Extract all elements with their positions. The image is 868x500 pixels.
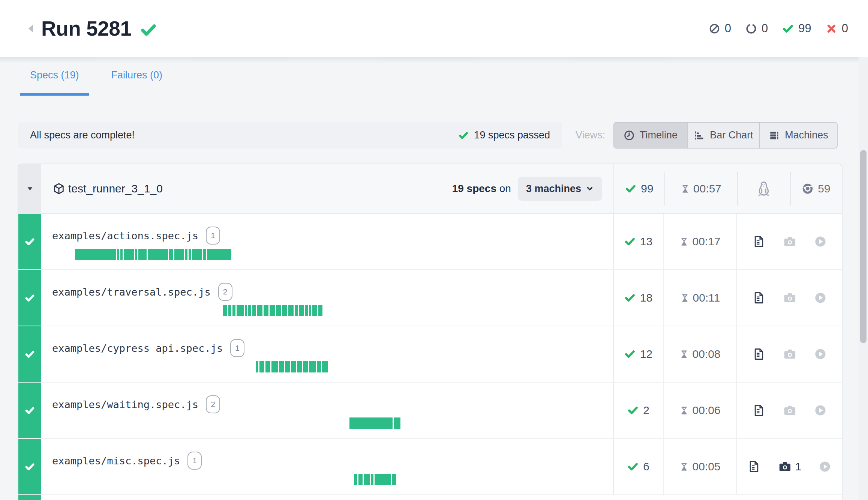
timeline-bar-segment bbox=[318, 305, 322, 316]
timeline-bar-segment bbox=[148, 249, 168, 260]
check-icon bbox=[627, 461, 639, 472]
collapse-toggle[interactable] bbox=[18, 164, 41, 213]
machines-view-button[interactable]: Machines bbox=[759, 123, 837, 148]
vertical-scrollbar-thumb[interactable] bbox=[860, 150, 867, 343]
timeline-bar-segment bbox=[394, 417, 400, 429]
screenshots-button[interactable] bbox=[783, 235, 797, 249]
timeline-bar-segment bbox=[354, 474, 357, 485]
machine-badge: 1 bbox=[230, 339, 244, 357]
tab-specs[interactable]: Specs (19) bbox=[20, 57, 89, 96]
page-title: Run 5281 bbox=[41, 17, 132, 41]
group-main: test_runner_3_1_0 19 specs on 3 machines bbox=[41, 164, 613, 213]
banner-check-icon bbox=[458, 130, 469, 141]
machine-badge: 2 bbox=[218, 283, 232, 301]
stdout-button[interactable] bbox=[747, 460, 761, 473]
timeline-bar-segment bbox=[264, 305, 269, 316]
check-icon bbox=[25, 349, 35, 359]
timeline-bar-segment bbox=[392, 474, 396, 485]
bar-chart-view-label: Bar Chart bbox=[710, 129, 753, 141]
spec-passed-stripe bbox=[18, 214, 41, 269]
timeline-bar-segment bbox=[228, 305, 231, 316]
video-button[interactable] bbox=[814, 235, 827, 248]
stat-passed: 99 bbox=[782, 22, 811, 35]
spec-name-link[interactable]: examples/traversal.spec.js bbox=[52, 286, 211, 298]
bar-chart-view-button[interactable]: Bar Chart bbox=[687, 123, 759, 148]
back-icon[interactable] bbox=[25, 22, 37, 35]
timeline-bar-segment bbox=[288, 305, 294, 316]
chevron-down-icon bbox=[586, 185, 594, 193]
vertical-scrollbar-track[interactable] bbox=[859, 57, 868, 500]
screenshots-button[interactable] bbox=[783, 291, 797, 305]
document-icon bbox=[752, 347, 766, 361]
timeline-bar-segment bbox=[299, 305, 304, 316]
timeline-bar-segment bbox=[303, 361, 308, 372]
timeline-bar-segment bbox=[358, 474, 363, 485]
passed-count: 99 bbox=[798, 22, 811, 35]
tab-failures[interactable]: Failures (0) bbox=[101, 57, 173, 96]
spec-row: examples/misc.spec.js 1 6 00:05 1 bbox=[18, 439, 842, 495]
completion-banner: All specs are complete! 19 specs passed bbox=[18, 122, 562, 149]
timeline-bar-segment bbox=[285, 361, 290, 372]
specs-count-label: 19 specs on bbox=[452, 183, 511, 195]
spec-passed-stripe bbox=[18, 383, 41, 438]
passed-count: 6 bbox=[643, 460, 649, 473]
screenshots-count: 1 bbox=[795, 461, 801, 473]
check-icon bbox=[25, 293, 35, 303]
stdout-button[interactable] bbox=[752, 291, 766, 305]
timeline-view-button[interactable]: Timeline bbox=[614, 123, 687, 148]
spec-row: examples/cypress_api.spec.js 1 12 00:08 bbox=[18, 326, 842, 383]
artifacts-cell bbox=[736, 326, 842, 382]
video-button[interactable] bbox=[814, 348, 827, 360]
spec-name-link[interactable]: examples/cypress_api.spec.js bbox=[52, 342, 223, 354]
timeline-bar-segment bbox=[265, 361, 270, 372]
video-button[interactable] bbox=[814, 404, 827, 417]
timeline-bar-segment bbox=[317, 361, 321, 372]
screenshots-button[interactable] bbox=[783, 404, 797, 417]
stdout-button[interactable] bbox=[752, 347, 766, 361]
spec-name-link[interactable]: examples/waiting.spec.js bbox=[52, 399, 198, 410]
screenshots-button[interactable]: 1 bbox=[778, 460, 801, 474]
banner-passed-label: 19 specs passed bbox=[474, 129, 550, 141]
timeline-bar-segment bbox=[282, 305, 287, 316]
stdout-button[interactable] bbox=[752, 235, 766, 248]
spec-row-partial bbox=[18, 495, 842, 500]
screenshots-button[interactable] bbox=[783, 347, 797, 361]
timeline-bar-segment bbox=[297, 361, 302, 372]
artifacts-cell bbox=[736, 383, 842, 438]
check-icon bbox=[624, 292, 636, 303]
play-icon bbox=[814, 235, 827, 248]
group-browser-cell: 59 bbox=[790, 164, 842, 213]
run-stats: 0 0 99 0 bbox=[709, 0, 848, 57]
spec-name-link[interactable]: examples/actions.spec.js bbox=[52, 230, 198, 242]
duration-value: 00:05 bbox=[692, 460, 720, 473]
spec-main: examples/traversal.spec.js 2 bbox=[41, 270, 613, 326]
check-icon bbox=[25, 237, 35, 247]
column-divider bbox=[664, 172, 665, 206]
stdout-button[interactable] bbox=[752, 404, 766, 417]
failed-cross-icon bbox=[826, 23, 837, 35]
group-os-cell bbox=[737, 164, 790, 213]
camera-icon bbox=[783, 291, 797, 305]
machine-badge: 1 bbox=[206, 227, 220, 245]
camera-icon bbox=[783, 404, 797, 417]
video-button[interactable] bbox=[819, 460, 831, 473]
skipped-icon bbox=[709, 23, 720, 35]
timeline-bar-segment bbox=[124, 249, 133, 260]
video-button[interactable] bbox=[814, 291, 827, 304]
document-icon bbox=[747, 460, 761, 473]
stat-pending: 0 bbox=[745, 22, 768, 35]
machines-dropdown[interactable]: 3 machines bbox=[518, 177, 602, 201]
views-button-group: Timeline Bar Chart Machines bbox=[613, 122, 838, 149]
timeline-bar-segment bbox=[192, 249, 202, 260]
failed-count: 0 bbox=[842, 22, 848, 35]
spec-name-link[interactable]: examples/misc.spec.js bbox=[52, 455, 180, 467]
hourglass-icon bbox=[679, 405, 689, 416]
group-name: test_runner_3_1_0 bbox=[68, 182, 163, 195]
timeline-bar-segment bbox=[185, 249, 187, 260]
document-icon bbox=[752, 291, 766, 305]
timeline-bar-segment bbox=[174, 249, 184, 260]
passed-cell: 2 bbox=[613, 383, 663, 438]
stat-failed: 0 bbox=[826, 22, 848, 35]
hourglass-icon bbox=[680, 293, 690, 303]
timeline-bar-segment bbox=[375, 474, 391, 485]
